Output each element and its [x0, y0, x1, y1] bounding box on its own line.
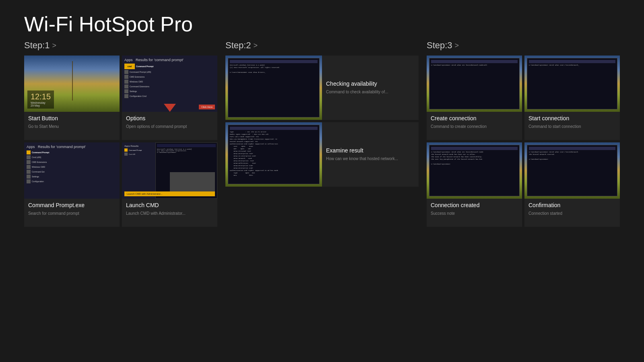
apps-item-3: Windows CMD	[124, 80, 215, 84]
options-desc: Open options of command prompt	[126, 124, 213, 130]
start-connection-desc: Command to start connection	[528, 124, 616, 130]
apps-item-b1: Cmd (x86)	[27, 155, 117, 159]
confirmation-info: Confirmation Connection started	[524, 199, 620, 227]
card-confirmation[interactable]: C:\windows\system32> netsh wlan start ho…	[524, 142, 620, 227]
apps-item-2: CMD Extensions	[124, 75, 215, 79]
confirmation-thumbnail: C:\windows\system32> netsh wlan start ho…	[524, 142, 620, 199]
step2-chevron: >	[254, 41, 258, 50]
connection-created-thumbnail: C:\windows\system32> netsh wlan set host…	[427, 142, 522, 199]
start-screen: C:\windows\system32> netsh wlan start ho…	[527, 58, 617, 109]
launch-cmd-thumbnail: Apps Results Command Prompt Cmd x86	[122, 142, 217, 199]
launch-cmd-bar: Launch CMD with Administrator...	[124, 191, 215, 196]
step3-text: Step:3	[427, 40, 452, 51]
apps-header: Apps Results for 'command prompt'	[124, 58, 215, 62]
checking-field: Microsoft Windows [Version 6.2.9200](c) …	[225, 56, 322, 120]
apps-item-b4: Command Ext	[27, 170, 117, 174]
start-connection-info: Start connection Command to start connec…	[524, 112, 620, 140]
apps-item-b3: Windows CMD	[27, 165, 117, 169]
card-connection-created[interactable]: C:\windows\system32> netsh wlan set host…	[427, 142, 522, 227]
examine-desc: How can we know that hosted network...	[326, 156, 415, 162]
create-connection-desc: Command to create connection	[431, 124, 518, 130]
clock-overlay: 12:15 Wednesday29 May	[27, 90, 54, 109]
checking-inner: Microsoft Windows [Version 6.2.9200](c) …	[225, 56, 419, 120]
connection-created-desc: Success note	[431, 211, 518, 216]
confirm-screen: C:\windows\system32> netsh wlan start ho…	[527, 145, 617, 196]
examine-screen: Type : Set the Wi-Fi DriverRadio types s…	[228, 125, 320, 184]
card-start-connection[interactable]: C:\windows\system32> netsh wlan start ho…	[524, 56, 620, 140]
card-start-button[interactable]: 12:15 Wednesday29 May Start Button Go to…	[24, 56, 120, 140]
card-examine[interactable]: Type : Set the Wi-Fi DriverRadio types s…	[225, 122, 419, 187]
start-connection-thumbnail: C:\windows\system32> netsh wlan start ho…	[524, 56, 620, 112]
apps-item-1: Command Prompt (x86)	[124, 70, 215, 74]
create-screen: C:\windows\system32> netsh wlan set host…	[429, 58, 520, 109]
step3-section: Step:3 > C:\windows\system32> netsh wlan…	[423, 40, 624, 227]
apps-item-highlighted: cmd Command Prompt	[124, 64, 215, 69]
card-command-prompt[interactable]: Apps Results for 'command prompt' Comman…	[24, 142, 120, 227]
command-prompt-desc: Search for command prompt	[28, 211, 116, 216]
apps-item-b2: CMD Extensions	[27, 160, 117, 164]
checking-screen: Microsoft Windows [Version 6.2.9200](c) …	[228, 58, 320, 117]
launch-cmd-title: Launch CMD	[126, 202, 213, 208]
examine-inner: Type : Set the Wi-Fi DriverRadio types s…	[225, 122, 419, 187]
apps-item-4: Command Extensions	[124, 84, 215, 88]
apps-item-6: Configuration Cmd	[124, 94, 215, 98]
examine-title: Examine result	[326, 147, 415, 154]
checking-info-side: Checking availability Command to check a…	[322, 56, 419, 120]
create-connection-title: Create connection	[431, 115, 518, 121]
command-prompt-info: Command Prompt.exe Search for command pr…	[24, 199, 120, 227]
step2-grid: Microsoft Windows [Version 6.2.9200](c) …	[225, 56, 419, 187]
options-title: Options	[126, 115, 213, 121]
apps-item-b6: Configuration	[27, 179, 117, 183]
step2-section: Step:2 > Microsoft Windows [Version 6.2.…	[221, 40, 423, 227]
create-connection-info: Create connection Command to create conn…	[427, 112, 522, 140]
command-prompt-title: Command Prompt.exe	[28, 202, 116, 208]
checking-desc: Command to check availability of...	[326, 89, 415, 95]
examine-info-side: Examine result How can we know that host…	[322, 122, 419, 187]
options-info: Options Open options of command prompt	[122, 112, 217, 140]
steps-container: Step:1 > 12:15 Wednesday29 May Start But…	[0, 40, 644, 227]
click-here-btn: Click Here	[199, 105, 215, 109]
card-checking[interactable]: Microsoft Windows [Version 6.2.9200](c) …	[225, 56, 419, 120]
step3-label: Step:3 >	[427, 40, 620, 51]
start-connection-title: Start connection	[528, 115, 616, 121]
clock-time: 12:15	[31, 92, 51, 101]
connection-created-title: Connection created	[431, 202, 518, 208]
card-create-connection[interactable]: C:\windows\system32> netsh wlan set host…	[427, 56, 522, 140]
step1-label: Step:1 >	[24, 40, 217, 51]
apps-header-2: Apps Results for 'command prompt'	[27, 145, 117, 149]
card-launch-cmd[interactable]: Apps Results Command Prompt Cmd x86	[122, 142, 217, 227]
start-button-info: Start Button Go to Start Menu	[24, 112, 120, 140]
step2-label: Step:2 >	[225, 40, 419, 51]
confirmation-title: Confirmation	[528, 202, 616, 208]
step3-grid: C:\windows\system32> netsh wlan set host…	[427, 56, 620, 227]
start-button-desc: Go to Start Menu	[28, 124, 116, 130]
create-connection-thumbnail: C:\windows\system32> netsh wlan set host…	[427, 56, 522, 112]
step3-chevron: >	[455, 41, 459, 50]
confirmation-desc: Connection started	[528, 211, 616, 216]
step1-grid: 12:15 Wednesday29 May Start Button Go to…	[24, 56, 217, 227]
created-screen: C:\windows\system32> netsh wlan set host…	[429, 145, 520, 196]
apps-item-b5: Settings	[27, 175, 117, 179]
command-prompt-thumbnail: Apps Results for 'command prompt' Comman…	[24, 142, 120, 199]
launch-cmd-desc: Launch CMD with Administrator...	[126, 211, 213, 216]
clock-date: Wednesday29 May	[31, 101, 51, 107]
start-button-thumbnail: 12:15 Wednesday29 May	[24, 56, 120, 112]
step2-text: Step:2	[225, 40, 251, 51]
options-thumbnail: Apps Results for 'command prompt' cmd Co…	[122, 56, 217, 112]
apps-item-5: Settings	[124, 89, 215, 93]
step1-text: Step:1	[24, 40, 50, 51]
card-options[interactable]: Apps Results for 'command prompt' cmd Co…	[122, 56, 217, 140]
step1-chevron: >	[52, 41, 57, 50]
start-button-title: Start Button	[28, 115, 116, 121]
checking-title: Checking availability	[326, 80, 415, 87]
launch-cmd-info: Launch CMD Launch CMD with Administrator…	[122, 199, 217, 227]
app-title: Wi-Fi HotSpot Pro	[0, 0, 644, 40]
step1-section: Step:1 > 12:15 Wednesday29 May Start But…	[20, 40, 221, 227]
examine-field: Type : Set the Wi-Fi DriverRadio types s…	[225, 122, 322, 187]
connection-created-info: Connection created Success note	[427, 199, 522, 227]
apps-item-h2: Command Prompt	[27, 150, 117, 154]
